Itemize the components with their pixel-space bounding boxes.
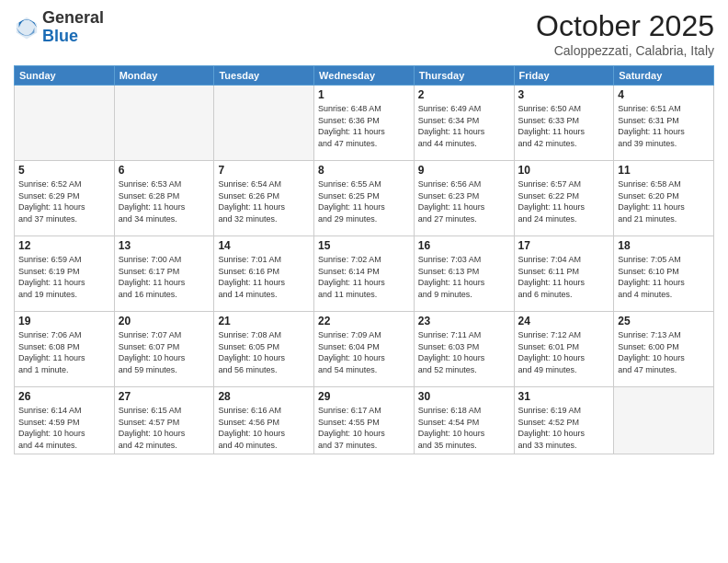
day-cell-30: 30Sunrise: 6:18 AMSunset: 4:54 PMDayligh… xyxy=(414,387,514,454)
day-number: 27 xyxy=(119,390,210,403)
empty-cell xyxy=(614,387,714,454)
col-header-sunday: Sunday xyxy=(15,66,115,86)
day-cell-23: 23Sunrise: 7:11 AMSunset: 6:03 PMDayligh… xyxy=(414,312,514,387)
col-header-tuesday: Tuesday xyxy=(214,66,314,86)
day-cell-17: 17Sunrise: 7:04 AMSunset: 6:11 PMDayligh… xyxy=(514,236,614,312)
day-number: 31 xyxy=(518,390,610,403)
header-row: SundayMondayTuesdayWednesdayThursdayFrid… xyxy=(15,66,714,86)
day-cell-12: 12Sunrise: 6:59 AMSunset: 6:19 PMDayligh… xyxy=(15,236,115,312)
day-cell-20: 20Sunrise: 7:07 AMSunset: 6:07 PMDayligh… xyxy=(114,312,214,387)
week-row-4: 19Sunrise: 7:06 AMSunset: 6:08 PMDayligh… xyxy=(15,312,714,387)
day-info: Sunrise: 6:19 AMSunset: 4:52 PMDaylight:… xyxy=(518,405,610,451)
day-cell-18: 18Sunrise: 7:05 AMSunset: 6:10 PMDayligh… xyxy=(614,236,714,312)
day-number: 10 xyxy=(518,164,610,177)
col-header-wednesday: Wednesday xyxy=(314,66,415,86)
day-info: Sunrise: 7:07 AMSunset: 6:07 PMDaylight:… xyxy=(119,329,210,375)
day-cell-7: 7Sunrise: 6:54 AMSunset: 6:26 PMDaylight… xyxy=(214,161,314,236)
day-cell-25: 25Sunrise: 7:13 AMSunset: 6:00 PMDayligh… xyxy=(614,312,714,387)
day-number: 2 xyxy=(418,88,510,101)
day-info: Sunrise: 6:57 AMSunset: 6:22 PMDaylight:… xyxy=(518,178,610,224)
empty-cell xyxy=(114,86,214,161)
logo: General Blue xyxy=(14,9,104,46)
day-info: Sunrise: 6:54 AMSunset: 6:26 PMDaylight:… xyxy=(218,178,310,224)
day-info: Sunrise: 7:08 AMSunset: 6:05 PMDaylight:… xyxy=(218,329,310,375)
day-cell-24: 24Sunrise: 7:12 AMSunset: 6:01 PMDayligh… xyxy=(514,312,614,387)
day-number: 8 xyxy=(318,164,410,177)
col-header-thursday: Thursday xyxy=(414,66,514,86)
day-number: 16 xyxy=(418,239,510,252)
day-info: Sunrise: 7:01 AMSunset: 6:16 PMDaylight:… xyxy=(218,254,310,300)
day-info: Sunrise: 7:06 AMSunset: 6:08 PMDaylight:… xyxy=(18,329,110,375)
generalblue-icon xyxy=(14,15,40,40)
day-number: 11 xyxy=(618,164,710,177)
day-cell-22: 22Sunrise: 7:09 AMSunset: 6:04 PMDayligh… xyxy=(314,312,415,387)
day-info: Sunrise: 6:55 AMSunset: 6:25 PMDaylight:… xyxy=(318,178,410,224)
day-cell-10: 10Sunrise: 6:57 AMSunset: 6:22 PMDayligh… xyxy=(514,161,614,236)
day-info: Sunrise: 6:18 AMSunset: 4:54 PMDaylight:… xyxy=(418,405,510,451)
day-number: 20 xyxy=(119,315,210,327)
day-number: 28 xyxy=(218,390,310,403)
day-number: 17 xyxy=(518,239,610,252)
day-number: 21 xyxy=(218,315,310,327)
day-info: Sunrise: 6:15 AMSunset: 4:57 PMDaylight:… xyxy=(119,405,210,451)
day-cell-2: 2Sunrise: 6:49 AMSunset: 6:34 PMDaylight… xyxy=(414,86,514,161)
day-number: 29 xyxy=(318,390,410,403)
day-cell-15: 15Sunrise: 7:02 AMSunset: 6:14 PMDayligh… xyxy=(314,236,415,312)
day-info: Sunrise: 6:58 AMSunset: 6:20 PMDaylight:… xyxy=(618,178,710,224)
day-number: 9 xyxy=(418,164,510,177)
week-row-5: 26Sunrise: 6:14 AMSunset: 4:59 PMDayligh… xyxy=(15,387,714,454)
day-cell-19: 19Sunrise: 7:06 AMSunset: 6:08 PMDayligh… xyxy=(15,312,115,387)
day-number: 13 xyxy=(119,239,210,252)
location: Caloppezzati, Calabria, Italy xyxy=(536,43,714,58)
day-number: 18 xyxy=(618,239,710,252)
day-info: Sunrise: 6:50 AMSunset: 6:33 PMDaylight:… xyxy=(518,103,610,149)
day-number: 23 xyxy=(418,315,510,327)
day-cell-6: 6Sunrise: 6:53 AMSunset: 6:28 PMDaylight… xyxy=(114,161,214,236)
day-cell-21: 21Sunrise: 7:08 AMSunset: 6:05 PMDayligh… xyxy=(214,312,314,387)
day-number: 19 xyxy=(18,315,110,327)
empty-cell xyxy=(214,86,314,161)
day-info: Sunrise: 6:14 AMSunset: 4:59 PMDaylight:… xyxy=(18,405,110,451)
day-info: Sunrise: 6:56 AMSunset: 6:23 PMDaylight:… xyxy=(418,178,510,224)
day-number: 12 xyxy=(18,239,110,252)
day-info: Sunrise: 6:16 AMSunset: 4:56 PMDaylight:… xyxy=(218,405,310,451)
week-row-3: 12Sunrise: 6:59 AMSunset: 6:19 PMDayligh… xyxy=(15,236,714,312)
day-info: Sunrise: 6:51 AMSunset: 6:31 PMDaylight:… xyxy=(618,103,710,149)
day-number: 22 xyxy=(318,315,410,327)
day-info: Sunrise: 6:53 AMSunset: 6:28 PMDaylight:… xyxy=(119,178,210,224)
col-header-friday: Friday xyxy=(514,66,614,86)
day-number: 15 xyxy=(318,239,410,252)
calendar-table: SundayMondayTuesdayWednesdayThursdayFrid… xyxy=(14,65,714,454)
day-number: 3 xyxy=(518,88,610,101)
day-number: 26 xyxy=(18,390,110,403)
month-title: October 2025 xyxy=(536,9,714,43)
day-cell-29: 29Sunrise: 6:17 AMSunset: 4:55 PMDayligh… xyxy=(314,387,415,454)
day-info: Sunrise: 7:09 AMSunset: 6:04 PMDaylight:… xyxy=(318,329,410,375)
day-info: Sunrise: 6:49 AMSunset: 6:34 PMDaylight:… xyxy=(418,103,510,149)
day-info: Sunrise: 7:03 AMSunset: 6:13 PMDaylight:… xyxy=(418,254,510,300)
day-cell-16: 16Sunrise: 7:03 AMSunset: 6:13 PMDayligh… xyxy=(414,236,514,312)
day-cell-4: 4Sunrise: 6:51 AMSunset: 6:31 PMDaylight… xyxy=(614,86,714,161)
week-row-2: 5Sunrise: 6:52 AMSunset: 6:29 PMDaylight… xyxy=(15,161,714,236)
day-cell-27: 27Sunrise: 6:15 AMSunset: 4:57 PMDayligh… xyxy=(114,387,214,454)
empty-cell xyxy=(15,86,115,161)
day-info: Sunrise: 7:12 AMSunset: 6:01 PMDaylight:… xyxy=(518,329,610,375)
col-header-monday: Monday xyxy=(114,66,214,86)
day-number: 24 xyxy=(518,315,610,327)
day-number: 7 xyxy=(218,164,310,177)
day-number: 6 xyxy=(119,164,210,177)
day-info: Sunrise: 7:05 AMSunset: 6:10 PMDaylight:… xyxy=(618,254,710,300)
day-info: Sunrise: 7:02 AMSunset: 6:14 PMDaylight:… xyxy=(318,254,410,300)
day-info: Sunrise: 6:17 AMSunset: 4:55 PMDaylight:… xyxy=(318,405,410,451)
day-number: 4 xyxy=(618,88,710,101)
logo-blue: Blue xyxy=(42,27,78,45)
week-row-1: 1Sunrise: 6:48 AMSunset: 6:36 PMDaylight… xyxy=(15,86,714,161)
day-cell-31: 31Sunrise: 6:19 AMSunset: 4:52 PMDayligh… xyxy=(514,387,614,454)
day-number: 5 xyxy=(18,164,110,177)
day-cell-14: 14Sunrise: 7:01 AMSunset: 6:16 PMDayligh… xyxy=(214,236,314,312)
day-info: Sunrise: 6:59 AMSunset: 6:19 PMDaylight:… xyxy=(18,254,110,300)
header: General Blue October 2025 Caloppezzati, … xyxy=(14,9,714,58)
day-info: Sunrise: 7:13 AMSunset: 6:00 PMDaylight:… xyxy=(618,329,710,375)
day-cell-11: 11Sunrise: 6:58 AMSunset: 6:20 PMDayligh… xyxy=(614,161,714,236)
day-info: Sunrise: 7:00 AMSunset: 6:17 PMDaylight:… xyxy=(119,254,210,300)
